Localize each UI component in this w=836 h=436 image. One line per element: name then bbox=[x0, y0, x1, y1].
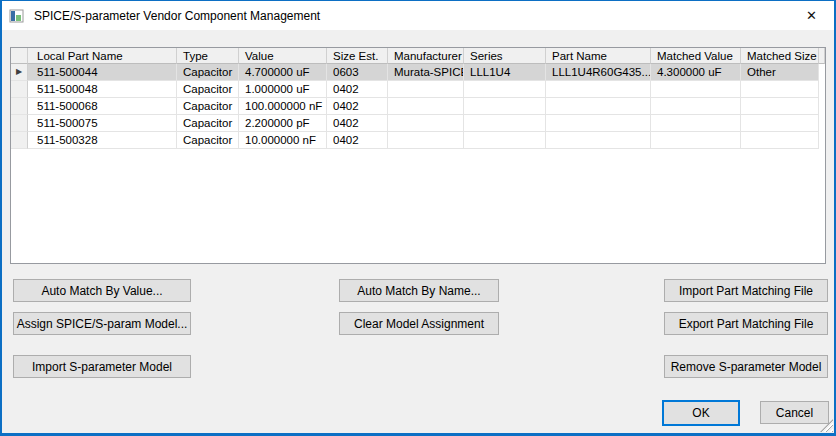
table-cell[interactable]: 511-500044 bbox=[28, 64, 177, 81]
table-cell[interactable] bbox=[388, 132, 464, 149]
clear-model-assignment-button[interactable]: Clear Model Assignment bbox=[339, 312, 499, 335]
close-icon: ✕ bbox=[806, 9, 817, 22]
table-cell[interactable]: 0402 bbox=[327, 132, 388, 149]
table-cell[interactable]: Murata-SPICE bbox=[388, 64, 464, 81]
column-header-manufacturer[interactable]: Manufacturer bbox=[388, 48, 464, 64]
ok-button[interactable]: OK bbox=[662, 400, 740, 426]
table-cell[interactable]: 511-500328 bbox=[28, 132, 177, 149]
auto-match-by-name-button[interactable]: Auto Match By Name... bbox=[339, 279, 499, 302]
table-cell[interactable]: 511-500075 bbox=[28, 115, 177, 132]
row-selector[interactable] bbox=[11, 132, 28, 149]
table-cell[interactable] bbox=[741, 115, 819, 132]
window-title: SPICE/S-parameter Vendor Component Manag… bbox=[34, 9, 320, 23]
row-filler bbox=[819, 132, 825, 149]
table-row[interactable]: 511-500048 Capacitor 1.000000 uF 0402 bbox=[11, 81, 825, 98]
table-cell[interactable] bbox=[546, 98, 651, 115]
row-selector[interactable]: ▶ bbox=[11, 64, 28, 81]
column-header-size-est[interactable]: Size Est. bbox=[327, 48, 388, 64]
component-table: Local Part Name Type Value Size Est. Man… bbox=[10, 47, 826, 264]
column-header-matched-value[interactable]: Matched Value bbox=[651, 48, 741, 64]
table-cell[interactable] bbox=[546, 132, 651, 149]
column-header-value[interactable]: Value bbox=[239, 48, 327, 64]
close-button[interactable]: ✕ bbox=[789, 1, 834, 30]
import-sparameter-model-button[interactable]: Import S-parameter Model bbox=[13, 355, 191, 378]
row-filler bbox=[819, 98, 825, 115]
table-cell[interactable]: 2.200000 pF bbox=[239, 115, 327, 132]
assign-spice-sparam-model-button[interactable]: Assign SPICE/S-param Model... bbox=[13, 312, 191, 335]
header-filler bbox=[819, 48, 825, 64]
row-selector[interactable] bbox=[11, 115, 28, 132]
table-cell[interactable]: 0402 bbox=[327, 115, 388, 132]
table-cell[interactable]: LLL1U4R60G435... bbox=[546, 64, 651, 81]
table-cell[interactable]: 4.700000 uF bbox=[239, 64, 327, 81]
table-cell[interactable] bbox=[651, 98, 741, 115]
table-row[interactable]: ▶ 511-500044 Capacitor 4.700000 uF 0603 … bbox=[11, 64, 825, 81]
table-cell[interactable]: Capacitor bbox=[177, 132, 239, 149]
table-cell[interactable]: 1.000000 uF bbox=[239, 81, 327, 98]
column-header-type[interactable]: Type bbox=[177, 48, 239, 64]
table-cell[interactable]: Capacitor bbox=[177, 81, 239, 98]
row-filler bbox=[819, 64, 825, 81]
remove-sparameter-model-button[interactable]: Remove S-parameter Model bbox=[664, 355, 828, 378]
column-header-matched-size[interactable]: Matched Size bbox=[741, 48, 819, 64]
table-cell[interactable] bbox=[741, 132, 819, 149]
table-cell[interactable] bbox=[464, 115, 546, 132]
dialog-window: SPICE/S-parameter Vendor Component Manag… bbox=[0, 0, 836, 436]
table-cell[interactable] bbox=[464, 81, 546, 98]
table-cell[interactable] bbox=[741, 98, 819, 115]
table-cell[interactable] bbox=[651, 115, 741, 132]
column-header-part-name[interactable]: Part Name bbox=[546, 48, 651, 64]
table-cell[interactable]: 0402 bbox=[327, 98, 388, 115]
cancel-button[interactable]: Cancel bbox=[760, 401, 829, 424]
table-header-row: Local Part Name Type Value Size Est. Man… bbox=[11, 48, 825, 64]
table-cell[interactable]: Capacitor bbox=[177, 115, 239, 132]
column-header-local-part-name[interactable]: Local Part Name bbox=[28, 48, 177, 64]
auto-match-by-value-button[interactable]: Auto Match By Value... bbox=[13, 279, 191, 302]
table-cell[interactable]: 511-500068 bbox=[28, 98, 177, 115]
table-row[interactable]: 511-500328 Capacitor 10.000000 nF 0402 bbox=[11, 132, 825, 149]
table-cell[interactable] bbox=[388, 81, 464, 98]
table-cell[interactable]: Capacitor bbox=[177, 64, 239, 81]
table-cell[interactable]: LLL1U4 bbox=[464, 64, 546, 81]
table-cell[interactable]: 0603 bbox=[327, 64, 388, 81]
table-cell[interactable]: 0402 bbox=[327, 81, 388, 98]
table-cell[interactable]: 10.000000 nF bbox=[239, 132, 327, 149]
import-part-matching-file-button[interactable]: Import Part Matching File bbox=[664, 279, 828, 302]
table-cell[interactable] bbox=[546, 81, 651, 98]
row-filler bbox=[819, 115, 825, 132]
row-selector-header[interactable] bbox=[11, 48, 28, 64]
column-header-series[interactable]: Series bbox=[464, 48, 546, 64]
table-cell[interactable]: 100.000000 nF bbox=[239, 98, 327, 115]
table-row[interactable]: 511-500075 Capacitor 2.200000 pF 0402 bbox=[11, 115, 825, 132]
row-selector[interactable] bbox=[11, 81, 28, 98]
table-cell[interactable] bbox=[464, 132, 546, 149]
table-cell[interactable]: 511-500048 bbox=[28, 81, 177, 98]
app-icon bbox=[9, 8, 25, 24]
row-filler bbox=[819, 81, 825, 98]
table-cell[interactable]: Other bbox=[741, 64, 819, 81]
table-row[interactable]: 511-500068 Capacitor 100.000000 nF 0402 bbox=[11, 98, 825, 115]
export-part-matching-file-button[interactable]: Export Part Matching File bbox=[664, 312, 828, 335]
table-cell[interactable] bbox=[651, 81, 741, 98]
row-selector[interactable] bbox=[11, 98, 28, 115]
table-cell[interactable] bbox=[388, 115, 464, 132]
table-cell[interactable] bbox=[546, 115, 651, 132]
table-cell[interactable]: Capacitor bbox=[177, 98, 239, 115]
table-cell[interactable] bbox=[741, 81, 819, 98]
table-cell[interactable]: 4.300000 uF bbox=[651, 64, 741, 81]
current-row-indicator: ▶ bbox=[16, 68, 22, 76]
title-bar: SPICE/S-parameter Vendor Component Manag… bbox=[2, 1, 834, 30]
table-cell[interactable] bbox=[651, 132, 741, 149]
table-cell[interactable] bbox=[464, 98, 546, 115]
table-cell[interactable] bbox=[388, 98, 464, 115]
